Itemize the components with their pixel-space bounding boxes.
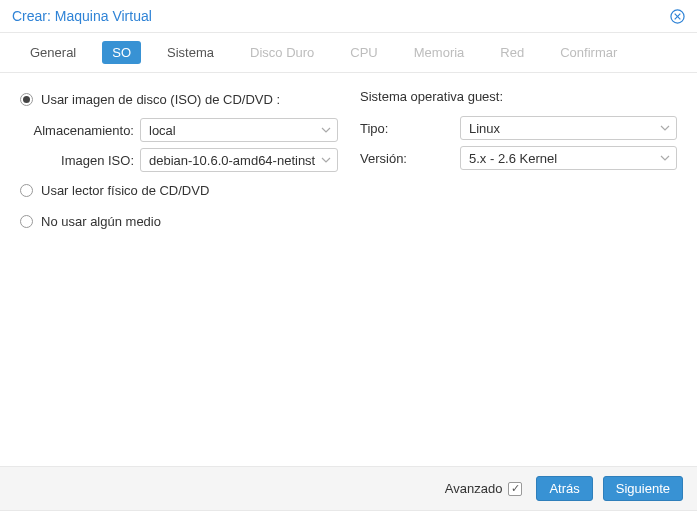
radio-none[interactable] xyxy=(20,215,33,228)
radio-use-iso-row[interactable]: Usar imagen de disco (ISO) de CD/DVD : xyxy=(20,87,338,111)
footer: Avanzado Atrás Siguiente xyxy=(0,466,697,510)
os-version-select[interactable]: 5.x - 2.6 Kernel xyxy=(460,146,677,170)
media-selection-panel: Usar imagen de disco (ISO) de CD/DVD : A… xyxy=(20,87,338,240)
dialog-title: Crear: Maquina Virtual xyxy=(12,8,152,24)
tab-confirmar[interactable]: Confirmar xyxy=(550,41,627,64)
radio-use-iso-label: Usar imagen de disco (ISO) de CD/DVD : xyxy=(41,92,280,107)
tabbar: General SO Sistema Disco Duro CPU Memori… xyxy=(0,33,697,73)
tab-red[interactable]: Red xyxy=(490,41,534,64)
tab-disco-duro[interactable]: Disco Duro xyxy=(240,41,324,64)
iso-label: Imagen ISO: xyxy=(20,153,140,168)
advanced-toggle[interactable]: Avanzado xyxy=(445,481,523,496)
dialog-window: Crear: Maquina Virtual General SO Sistem… xyxy=(0,0,697,511)
tab-general[interactable]: General xyxy=(20,41,86,64)
guest-os-panel: Sistema operativa guest: Tipo: Linux Ver… xyxy=(360,87,677,240)
os-type-select[interactable]: Linux xyxy=(460,116,677,140)
os-version-value: 5.x - 2.6 Kernel xyxy=(469,151,557,166)
content-area: Usar imagen de disco (ISO) de CD/DVD : A… xyxy=(0,73,697,466)
radio-use-iso[interactable] xyxy=(20,93,33,106)
os-version-label: Versión: xyxy=(360,151,460,166)
chevron-down-icon xyxy=(660,121,670,136)
back-button[interactable]: Atrás xyxy=(536,476,592,501)
next-button[interactable]: Siguiente xyxy=(603,476,683,501)
guest-os-title: Sistema operativa guest: xyxy=(360,87,677,104)
radio-none-label: No usar algún medio xyxy=(41,214,161,229)
radio-none-row[interactable]: No usar algún medio xyxy=(20,209,338,233)
chevron-down-icon xyxy=(660,151,670,166)
storage-label: Almacenamiento: xyxy=(20,123,140,138)
tab-sistema[interactable]: Sistema xyxy=(157,41,224,64)
tab-so[interactable]: SO xyxy=(102,41,141,64)
iso-value: debian-10.6.0-amd64-netinst.iso xyxy=(149,153,315,168)
advanced-label: Avanzado xyxy=(445,481,503,496)
radio-physical-label: Usar lector físico de CD/DVD xyxy=(41,183,209,198)
storage-select[interactable]: local xyxy=(140,118,338,142)
os-type-label: Tipo: xyxy=(360,121,460,136)
os-type-value: Linux xyxy=(469,121,500,136)
tab-cpu[interactable]: CPU xyxy=(340,41,387,64)
close-icon[interactable] xyxy=(669,8,685,24)
chevron-down-icon xyxy=(321,153,331,168)
advanced-checkbox[interactable] xyxy=(508,482,522,496)
radio-physical-row[interactable]: Usar lector físico de CD/DVD xyxy=(20,178,338,202)
tab-memoria[interactable]: Memoria xyxy=(404,41,475,64)
iso-select[interactable]: debian-10.6.0-amd64-netinst.iso xyxy=(140,148,338,172)
titlebar: Crear: Maquina Virtual xyxy=(0,0,697,33)
radio-physical[interactable] xyxy=(20,184,33,197)
chevron-down-icon xyxy=(321,123,331,138)
storage-value: local xyxy=(149,123,176,138)
